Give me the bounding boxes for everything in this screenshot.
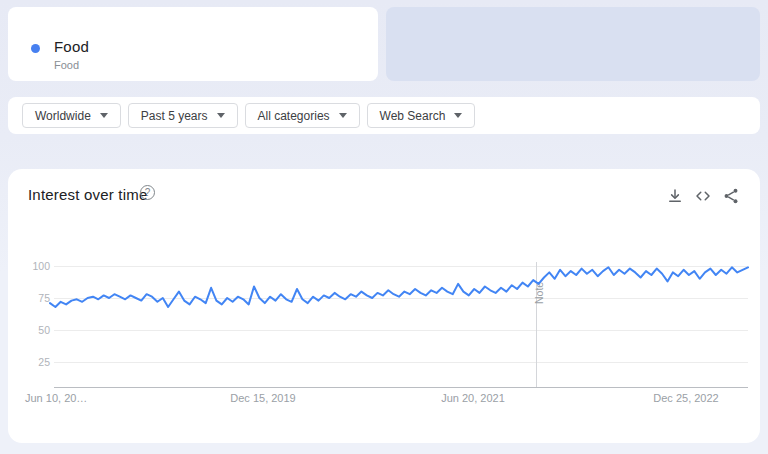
search-type-filter-dropdown[interactable]: Web Search — [367, 103, 476, 128]
chevron-down-icon — [339, 113, 347, 118]
geo-filter-label: Worldwide — [35, 109, 91, 123]
search-term-subtitle: Food — [54, 59, 79, 71]
x-tick-start: Jun 10, 20… — [25, 392, 87, 404]
trend-plot-area[interactable]: 100 75 50 25 Note Jun 10, 20… Dec 15, 20… — [8, 169, 760, 443]
x-tick-2: Jun 20, 2021 — [415, 392, 531, 404]
filter-bar: Worldwide Past 5 years All categories We… — [8, 97, 760, 134]
time-filter-label: Past 5 years — [141, 109, 208, 123]
compare-add-button[interactable]: + Compare — [386, 7, 760, 81]
search-type-filter-label: Web Search — [380, 109, 446, 123]
chevron-down-icon — [454, 113, 462, 118]
interest-over-time-card: Interest over time ? 100 75 — [8, 169, 760, 443]
chevron-down-icon — [100, 113, 108, 118]
trend-line-chart — [46, 258, 752, 392]
x-tick-1: Dec 15, 2019 — [205, 392, 321, 404]
geo-filter-dropdown[interactable]: Worldwide — [22, 103, 121, 128]
chevron-down-icon — [217, 113, 225, 118]
series-color-dot — [31, 44, 40, 53]
category-filter-dropdown[interactable]: All categories — [245, 103, 360, 128]
search-term-title: Food — [54, 38, 89, 55]
search-term-card[interactable]: Food Food — [8, 7, 378, 81]
x-tick-3: Dec 25, 2022 — [628, 392, 744, 404]
time-filter-dropdown[interactable]: Past 5 years — [128, 103, 238, 128]
category-filter-label: All categories — [258, 109, 330, 123]
